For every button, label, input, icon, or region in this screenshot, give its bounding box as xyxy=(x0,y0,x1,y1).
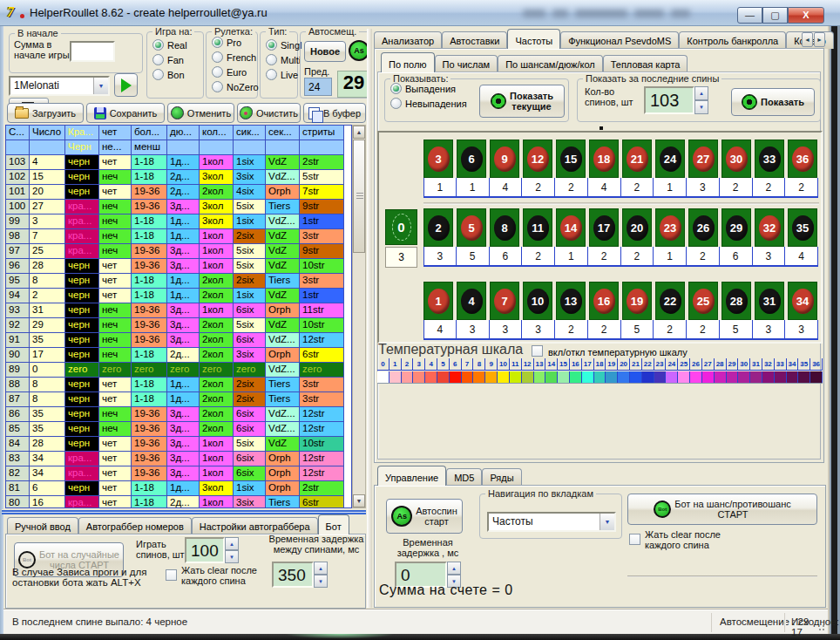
radio-Singl[interactable]: Singl xyxy=(266,39,297,51)
roulette-board[interactable]: 369121518212427303336114224213222 258111… xyxy=(377,131,823,344)
radio-Real[interactable]: Real xyxy=(152,39,203,51)
new-autoshift-button[interactable]: Новое xyxy=(304,41,346,62)
temperature-toggle-checkbox[interactable] xyxy=(532,345,543,357)
roulette-number-cell[interactable]: 26 xyxy=(688,208,718,247)
scrollbar-down-icon[interactable]: ▼ xyxy=(353,494,365,507)
tab-По шансам/дюж/кол[interactable]: По шансам/дюж/кол xyxy=(498,55,603,72)
radio-Fan[interactable]: Fan xyxy=(152,54,203,65)
radio-dot-icon[interactable] xyxy=(266,69,277,80)
roulette-number-cell[interactable]: 4 xyxy=(457,282,486,320)
toolbar-undo-button[interactable]: Отменить xyxy=(167,103,234,123)
roulette-number-cell[interactable]: 33 xyxy=(755,140,784,178)
roulette-number-cell[interactable]: 31 xyxy=(755,282,784,320)
start-sum-input[interactable] xyxy=(70,41,115,62)
radio-dot-icon[interactable] xyxy=(152,39,164,51)
spins-count-stepper[interactable]: ▲▼ xyxy=(225,537,239,563)
tab-Автоставки[interactable]: Автоставки xyxy=(442,31,507,49)
spin-delay-input[interactable]: 350 xyxy=(272,562,314,588)
tab-Настройки автограббера[interactable]: Настройки автограббера xyxy=(192,517,318,534)
tab-Частоты[interactable]: Частоты xyxy=(507,29,560,49)
roulette-number-cell[interactable]: 10 xyxy=(523,282,552,320)
profile-combobox[interactable]: 1Melonati ▼ xyxy=(9,76,110,96)
roulette-number-cell[interactable]: 14 xyxy=(556,208,586,247)
play-button[interactable] xyxy=(114,73,138,97)
roulette-number-cell[interactable]: 27 xyxy=(688,140,718,178)
roulette-number-cell[interactable]: 2 xyxy=(423,208,453,247)
tab-navigation-combobox[interactable]: Частоты ▼ xyxy=(487,512,616,532)
chevron-down-icon[interactable]: ▼ xyxy=(600,514,614,530)
roulette-number-cell[interactable]: 1 xyxy=(423,282,453,320)
radio-dot-icon[interactable] xyxy=(266,39,277,51)
radio-dot-icon[interactable] xyxy=(212,51,223,63)
radio-dot-icon[interactable] xyxy=(152,54,164,65)
roulette-number-cell[interactable]: 16 xyxy=(589,282,619,320)
vertical-splitter[interactable] xyxy=(367,29,372,608)
roulette-number-cell[interactable]: 23 xyxy=(655,208,685,247)
tab-Автограббер номеров[interactable]: Автограббер номеров xyxy=(78,517,192,534)
radio-Multi[interactable]: Multi xyxy=(266,54,297,65)
tab-Функционал PsevdoMS[interactable]: Функционал PsevdoMS xyxy=(560,31,679,49)
history-table[interactable]: С...ЧислоКра...четбол...дю...кол...сик..… xyxy=(5,125,352,508)
spins-number-input[interactable]: 103 xyxy=(644,86,694,114)
radio-dot-icon[interactable] xyxy=(212,66,223,78)
roulette-number-cell[interactable]: 9 xyxy=(490,140,519,178)
toolbar-folder-open-button[interactable]: Загрузить xyxy=(7,103,84,123)
roulette-number-cell[interactable]: 15 xyxy=(556,140,586,178)
roulette-number-cell[interactable]: 22 xyxy=(655,282,685,320)
tab-Управление[interactable]: Управление xyxy=(377,466,446,486)
tabs-scroll-left-icon[interactable]: ◄ xyxy=(802,32,813,47)
resize-grip[interactable] xyxy=(816,623,825,631)
roulette-number-cell[interactable]: 20 xyxy=(622,208,652,247)
roulette-number-cell[interactable]: 30 xyxy=(721,140,751,178)
roulette-number-cell[interactable]: 25 xyxy=(688,282,718,320)
clear-after-spin-checkbox[interactable] xyxy=(166,569,177,581)
radio-Live[interactable]: Live xyxy=(266,69,297,80)
roulette-number-cell[interactable]: 32 xyxy=(755,208,784,247)
radio-dot-icon[interactable] xyxy=(212,37,223,48)
radio-dot-icon[interactable] xyxy=(390,83,402,94)
close-button[interactable]: X xyxy=(788,7,824,24)
roulette-number-cell[interactable]: 21 xyxy=(622,140,652,178)
roulette-number-cell[interactable]: 13 xyxy=(556,282,586,320)
tab-Анализатор[interactable]: Анализатор xyxy=(374,31,442,49)
roulette-number-cell[interactable]: 19 xyxy=(622,282,652,320)
roulette-number-cell[interactable]: 18 xyxy=(589,140,619,178)
roulette-number-cell[interactable]: 29 xyxy=(721,208,751,247)
chevron-down-icon[interactable]: ▼ xyxy=(93,78,108,94)
toolbar-copy-button[interactable]: В буфер xyxy=(303,103,366,123)
tab-Бот[interactable]: Бот xyxy=(318,514,349,534)
zero-cell[interactable]: 0 xyxy=(385,209,417,245)
spin-delay-stepper[interactable]: ▲▼ xyxy=(314,562,328,588)
maximize-button[interactable]: ▢ xyxy=(762,7,788,24)
toolbar-save-button[interactable]: Сохранить xyxy=(86,103,165,123)
radio-Pro[interactable]: Pro xyxy=(212,37,257,48)
spins-count-input[interactable]: 100 xyxy=(185,537,225,563)
roulette-number-cell[interactable]: 5 xyxy=(457,208,486,247)
scrollbar-up-icon[interactable]: ▲ xyxy=(353,126,365,139)
spins-number-stepper[interactable]: ▲▼ xyxy=(694,86,708,114)
toolbar-clear-button[interactable]: Очистить xyxy=(237,103,301,123)
tab-Ряды[interactable]: Ряды xyxy=(482,468,521,486)
tab-MD5[interactable]: MD5 xyxy=(446,468,482,486)
clear-after-spin-checkbox-2[interactable] xyxy=(629,534,640,545)
roulette-number-cell[interactable]: 17 xyxy=(589,208,619,247)
show-current-button[interactable]: Показать текущие xyxy=(479,85,565,118)
radio-Bon[interactable]: Bon xyxy=(152,69,203,80)
tabs-scroll-right-icon[interactable]: ► xyxy=(814,32,825,47)
roulette-number-cell[interactable]: 3 xyxy=(423,140,453,178)
roulette-number-cell[interactable]: 34 xyxy=(788,282,817,320)
title-bar[interactable]: 7 HelperRoullet 8.62 - create helperroul… xyxy=(0,0,840,26)
show-button[interactable]: Показать xyxy=(731,88,815,116)
tab-Ручной ввод[interactable]: Ручной ввод xyxy=(7,517,78,534)
radio-dot-icon[interactable] xyxy=(390,98,402,109)
roulette-number-cell[interactable]: 24 xyxy=(655,140,685,178)
radio-dot-icon[interactable] xyxy=(212,81,223,92)
radio-NoZero[interactable]: NoZero xyxy=(212,81,257,92)
chance-bot-start-button[interactable]: Бот на шанс/противошанс СТАРТ xyxy=(627,494,817,525)
radio-dot-icon[interactable] xyxy=(152,69,164,80)
tab-По полю[interactable]: По полю xyxy=(381,52,435,72)
history-table-scrollbar[interactable]: ▲ ▼ xyxy=(352,125,366,508)
roulette-number-cell[interactable]: 35 xyxy=(788,208,817,247)
tab-По числам[interactable]: По числам xyxy=(435,55,498,72)
tab-Контроль банкролла[interactable]: Контроль банкролла xyxy=(679,31,786,49)
